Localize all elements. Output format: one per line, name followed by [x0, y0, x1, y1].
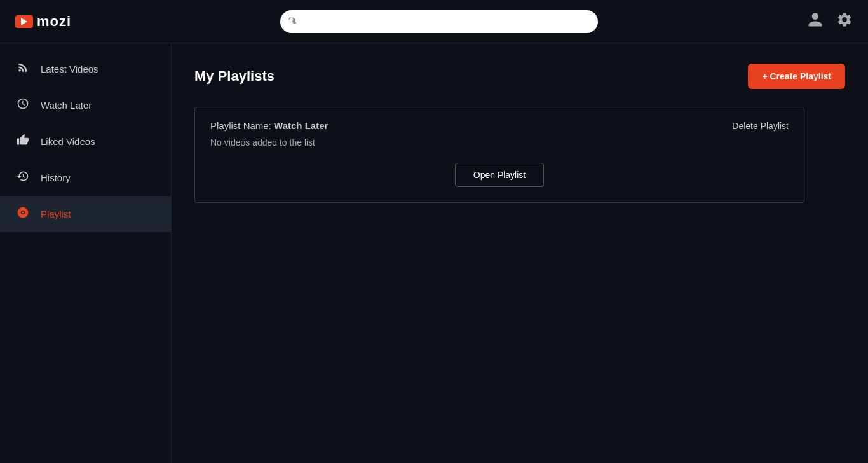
search-icon	[288, 15, 298, 28]
sidebar-item-playlist[interactable]: Playlist	[0, 196, 171, 232]
main-content: My Playlists + Create Playlist Playlist …	[172, 43, 868, 463]
playlist-name-prefix: Playlist Name:	[210, 120, 271, 131]
sidebar-item-label: Liked Videos	[41, 136, 95, 147]
user-icon[interactable]	[807, 11, 824, 32]
playlist-name-label: Playlist Name: Watch Later	[210, 120, 328, 131]
search-bar	[280, 10, 598, 33]
sidebar-item-liked-videos[interactable]: Liked Videos	[0, 123, 171, 160]
logo-icon	[15, 15, 33, 28]
thumbsup-icon	[15, 134, 31, 149]
no-videos-text: No videos added to the list	[210, 137, 789, 148]
open-playlist-button[interactable]: Open Playlist	[455, 163, 544, 187]
header: mozi	[0, 0, 868, 43]
sidebar-item-label: History	[41, 172, 71, 183]
layout: Latest Videos Watch Later Liked Videos	[0, 43, 868, 463]
settings-icon[interactable]	[836, 11, 853, 32]
sidebar-item-history[interactable]: History	[0, 160, 171, 196]
sidebar-item-watch-later[interactable]: Watch Later	[0, 87, 171, 123]
clock-icon	[15, 97, 31, 113]
sidebar-item-label: Playlist	[41, 209, 71, 219]
sidebar-item-latest-videos[interactable]: Latest Videos	[0, 51, 171, 87]
search-input[interactable]	[280, 10, 598, 33]
page-title: My Playlists	[194, 68, 275, 85]
page-header: My Playlists + Create Playlist	[194, 64, 845, 89]
create-playlist-button[interactable]: + Create Playlist	[748, 64, 845, 89]
rss-icon	[15, 61, 31, 77]
header-actions	[807, 11, 853, 32]
logo[interactable]: mozi	[15, 13, 71, 30]
sidebar-item-label: Latest Videos	[41, 64, 98, 74]
logo-text: mozi	[37, 13, 71, 30]
playlist-card: Playlist Name: Watch Later Delete Playli…	[194, 107, 804, 203]
delete-playlist-button[interactable]: Delete Playlist	[732, 121, 789, 131]
disk-icon	[15, 206, 31, 222]
sidebar: Latest Videos Watch Later Liked Videos	[0, 43, 172, 463]
history-icon	[15, 170, 31, 186]
playlist-card-header: Playlist Name: Watch Later Delete Playli…	[210, 120, 789, 131]
sidebar-item-label: Watch Later	[41, 100, 92, 111]
playlist-name-value: Watch Later	[274, 120, 328, 131]
